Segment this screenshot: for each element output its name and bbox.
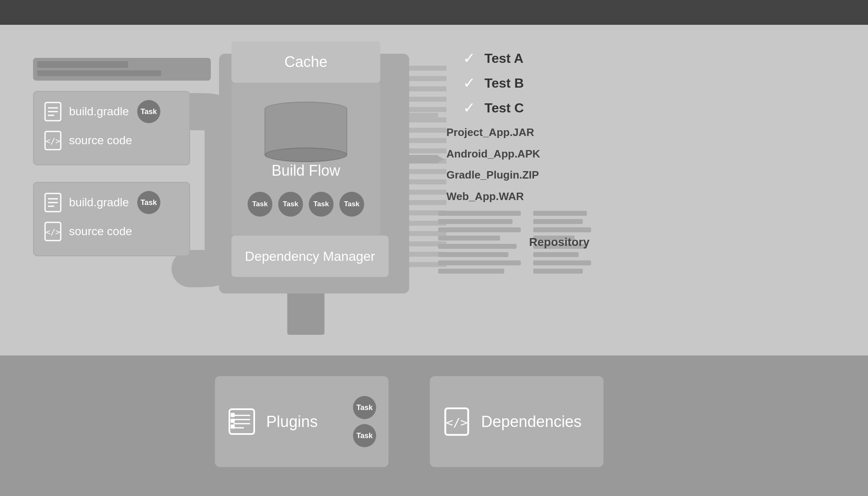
gradle-label-1: build.gradle (69, 105, 129, 118)
svg-text:</>: </> (45, 227, 60, 237)
task-row: Task Task Task Task (248, 192, 364, 217)
file-item-source-2: </> source code (44, 222, 179, 241)
output-apk: Android_App.APK (446, 145, 540, 163)
dependency-manager-label: Dependency Manager (245, 249, 375, 264)
build-flow-label: Build Flow (272, 162, 340, 179)
test-label-a: Test A (484, 51, 523, 66)
task-circle-1: Task (248, 192, 272, 217)
code-icon-2: </> (44, 222, 62, 241)
plugins-label: Plugins (266, 413, 345, 431)
test-item-c: ✓ Test C (463, 99, 524, 117)
svg-text:</>: </> (446, 415, 468, 429)
doc-icon-2 (44, 193, 62, 212)
dependencies-box: </> Dependencies (430, 376, 603, 467)
dependencies-label: Dependencies (481, 413, 582, 431)
repository-label: Repository (529, 236, 589, 249)
cylinder (265, 102, 347, 162)
repository-text: Repository (529, 236, 589, 248)
output-jar: Project_App.JAR (446, 124, 540, 141)
svg-text:</>: </> (45, 136, 60, 146)
test-label-c: Test C (484, 100, 524, 116)
svg-rect-59 (231, 413, 235, 417)
test-item-b: ✓ Test B (463, 74, 524, 92)
task-circle-4: Task (339, 192, 364, 217)
code-icon-1: </> (44, 131, 62, 150)
plugin-task-2: Task (353, 424, 376, 447)
left-top-panel (33, 58, 211, 81)
tests-section: ✓ Test A ✓ Test B ✓ Test C (463, 50, 524, 124)
checkmark-c: ✓ (463, 99, 475, 117)
output-files: Project_App.JAR Android_App.APK Gradle_P… (446, 124, 540, 209)
svg-rect-61 (231, 424, 235, 429)
task-circle-2: Task (278, 192, 303, 217)
plugins-box: Plugins Task Task (215, 376, 389, 467)
source-label-2: source code (69, 225, 132, 238)
plugins-tasks: Task Task (345, 396, 376, 447)
doc-icon-1 (44, 102, 62, 122)
file-item-gradle-2: build.gradle Task (44, 191, 179, 214)
task-circle-3: Task (309, 192, 334, 217)
checkmark-a: ✓ (463, 50, 475, 67)
build-flow-box: Build Flow Task Task Task Task (231, 83, 380, 236)
svg-rect-60 (231, 419, 235, 423)
task-badge-2: Task (137, 191, 160, 214)
top-bar (0, 0, 868, 25)
cache-label: Cache (284, 53, 327, 71)
gradle-label-2: build.gradle (69, 196, 129, 209)
task-badge-1: Task (137, 100, 160, 123)
plugins-icon (227, 407, 256, 436)
source-label-1: source code (69, 134, 132, 147)
output-zip: Gradle_Plugin.ZIP (446, 167, 540, 184)
output-war: Web_App.WAR (446, 188, 540, 205)
dependencies-icon: </> (442, 407, 471, 436)
cache-box: Cache (231, 41, 380, 83)
cylinder-bottom (265, 148, 347, 162)
dependency-manager-box: Dependency Manager (231, 236, 389, 277)
test-item-a: ✓ Test A (463, 50, 524, 67)
checkmark-b: ✓ (463, 74, 475, 92)
test-label-b: Test B (484, 76, 524, 91)
file-item-gradle-1: build.gradle Task (44, 100, 179, 123)
file-item-source-1: </> source code (44, 131, 179, 150)
project-box-2: build.gradle Task </> source code (33, 182, 190, 256)
plugin-task-1: Task (353, 396, 376, 419)
project-box-1: build.gradle Task </> source code (33, 91, 190, 165)
